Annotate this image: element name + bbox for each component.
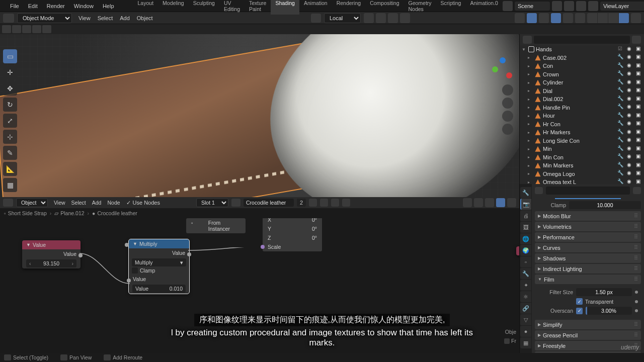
overscan-checkbox[interactable]: ✓ (576, 308, 583, 314)
viewlayer-browse-icon[interactable] (588, 1, 598, 11)
outliner-item[interactable]: ▸Min Markers🔧◉▣ (520, 161, 644, 170)
prop-search-input[interactable] (546, 187, 630, 195)
scene-browse-icon[interactable] (503, 1, 513, 11)
ws-compositing[interactable]: Compositing (365, 0, 404, 15)
crumb-object[interactable]: ▫ Short Side Strap (4, 210, 47, 216)
prop-options-icon[interactable] (633, 187, 641, 194)
eye-icon[interactable]: ◉ (625, 153, 633, 161)
panel-header[interactable]: ▶Shadows⠿ (535, 253, 641, 263)
ws-animation[interactable]: Animation (299, 0, 332, 15)
3d-viewport[interactable]: Options▼ ▭ ✛ ✥ ↻ ⤢ ⊹ ✎ � (0, 34, 519, 197)
modifier-icon[interactable]: 🔧 (616, 170, 624, 177)
scene-tab-icon[interactable]: 🌐 (520, 233, 531, 244)
eye-icon[interactable]: ◉ (625, 137, 633, 144)
overscan-anim-dot-icon[interactable] (635, 309, 638, 312)
render-icon[interactable]: ▣ (634, 96, 642, 103)
menu-file[interactable]: File (6, 2, 23, 11)
render-tab-icon[interactable]: 📷 (520, 199, 531, 210)
node-snap-icon[interactable] (463, 198, 472, 207)
cursor-tool[interactable]: ✛ (3, 65, 17, 79)
node-add-menu[interactable]: Add (89, 199, 105, 207)
node-backdrop-icon[interactable] (496, 198, 505, 207)
menu-render[interactable]: Render (43, 2, 69, 11)
fr-checkbox[interactable]: Fr (504, 338, 516, 344)
rotate-tool[interactable]: ↻ (3, 98, 17, 112)
viewlayer-name-input[interactable] (600, 2, 644, 11)
modifier-icon[interactable]: 🔧 (616, 178, 624, 184)
value-node-field[interactable]: ‹93.150› (26, 259, 76, 267)
partial-node-right[interactable]: ▼Te (516, 246, 519, 255)
outliner-item[interactable]: ▸Min Con🔧◉▣ (520, 153, 644, 162)
filter-anim-dot-icon[interactable] (635, 291, 638, 294)
scene-new-icon[interactable] (564, 1, 574, 11)
filter-size-field[interactable]: 1.50 px (576, 288, 632, 296)
prop-context-icon[interactable] (535, 187, 543, 194)
modifier-icon[interactable]: 🔧 (616, 79, 624, 86)
node-overlay-icon[interactable] (474, 198, 483, 207)
view-menu[interactable]: View (75, 14, 94, 23)
eye-icon[interactable]: ◉ (625, 96, 633, 103)
render-icon[interactable]: ▣ (634, 79, 642, 86)
scale-tool[interactable]: ⤢ (3, 114, 17, 128)
clamp-value-field[interactable]: 10.000 (569, 201, 641, 209)
outliner-item[interactable]: ▸Hr Markers🔧◉▣ (520, 128, 644, 137)
panel-header[interactable]: ▶Performance⠿ (535, 232, 641, 242)
proportional-falloff-icon[interactable] (400, 13, 410, 23)
material-name-input[interactable] (244, 199, 294, 207)
outliner-item[interactable]: ▸Con🔧◉▣ (520, 62, 644, 70)
output-tab-icon[interactable]: 🖨 (520, 210, 531, 221)
outliner-item[interactable]: ▸Omega Logo🔧◉▣ (520, 170, 644, 178)
render-icon[interactable]: ▣ (634, 162, 642, 169)
crumb-mesh[interactable]: ▱ Plane.012 (54, 210, 84, 216)
film-panel-header[interactable]: ▼Film⠿ (535, 275, 641, 284)
eye-icon[interactable]: ◉ (625, 54, 633, 61)
outliner-filter-icon[interactable] (632, 36, 641, 44)
transparent-checkbox[interactable]: ✓ (576, 298, 583, 305)
outliner-item[interactable]: ▸Min🔧◉▣ (520, 145, 644, 153)
proportional-icon[interactable] (388, 13, 398, 23)
ws-shading[interactable]: Shading (271, 0, 299, 15)
eye-icon[interactable]: ◉ (625, 129, 633, 136)
modifier-tab-icon[interactable]: 🔧 (520, 268, 531, 279)
mode-dropdown[interactable]: Object Mode (17, 13, 72, 23)
eye-icon[interactable]: ◉ (625, 120, 633, 128)
xray-icon[interactable] (575, 13, 585, 23)
y-axis-icon[interactable] (492, 66, 498, 72)
panel-header[interactable]: ▶Volumetrics⠿ (535, 222, 641, 231)
eye-icon[interactable]: ◉ (625, 145, 633, 153)
ws-texturepaint[interactable]: Texture Paint (245, 0, 271, 15)
object-tab-icon[interactable]: ▫ (520, 256, 531, 267)
nav-gizmo[interactable] (492, 57, 513, 78)
eye-icon[interactable]: ◉ (625, 87, 633, 95)
orientation-dropdown[interactable]: Local (324, 13, 361, 23)
ws-rendering[interactable]: Rendering (332, 0, 365, 15)
modifier-icon[interactable]: 🔧 (616, 70, 624, 78)
snap-icon[interactable] (364, 13, 374, 23)
snap-type-icon[interactable] (376, 13, 386, 23)
render-icon[interactable]: ▣ (634, 70, 642, 78)
move-tool[interactable]: ✥ (3, 81, 17, 96)
ws-modeling[interactable]: Modeling (158, 0, 189, 15)
render-icon[interactable]: ▣ (634, 137, 642, 144)
panel-header[interactable]: ▶Motion Blur⠿ (535, 211, 641, 221)
ws-sculpting[interactable]: Sculpting (189, 0, 219, 15)
physics-tab-icon[interactable]: ⚛ (520, 291, 531, 302)
node-view-menu[interactable]: View (51, 199, 68, 207)
multiply-clamp-checkbox[interactable]: Clamp (132, 267, 186, 274)
outliner-item[interactable]: ▸Long Side Con🔧◉▣ (520, 137, 644, 145)
outliner-item[interactable]: ▸Handle Pin🔧◉▣ (520, 104, 644, 112)
render-icon[interactable]: ▣ (634, 129, 642, 136)
node-arrange-icon[interactable] (485, 198, 494, 207)
multiply-node[interactable]: ▼Multiply Value Multiply▾ Clamp Value Va… (129, 239, 189, 294)
rotation-vector-node[interactable]: X0° Y0° Z0° Scale (263, 218, 322, 251)
crumb-material[interactable]: ● Crocodile leather (92, 210, 137, 216)
rendered-shading-icon[interactable] (619, 13, 629, 23)
tool-preset-icon[interactable] (2, 25, 11, 33)
eye-icon[interactable]: ◉ (625, 178, 633, 184)
render-icon[interactable]: ▣ (634, 120, 642, 128)
z-axis-icon[interactable] (500, 57, 506, 63)
x-axis-icon[interactable] (506, 72, 512, 78)
outliner-item[interactable]: ▸Cylinder🔧◉▣ (520, 78, 644, 87)
modifier-icon[interactable]: 🔧 (616, 137, 624, 144)
scene-delete-icon[interactable] (576, 1, 586, 11)
